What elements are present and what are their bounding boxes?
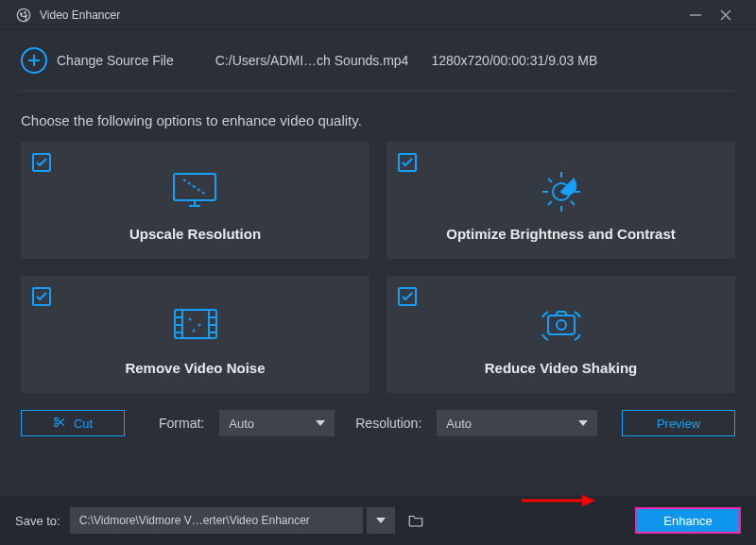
save-path-value: C:\Vidmore\Vidmore V…erter\Video Enhance… bbox=[79, 514, 310, 527]
close-button[interactable] bbox=[711, 4, 741, 26]
minimize-button[interactable] bbox=[680, 4, 711, 26]
resolution-label: Resolution: bbox=[355, 416, 421, 431]
format-label: Format: bbox=[159, 416, 204, 431]
monitor-icon bbox=[170, 169, 219, 211]
save-path-field[interactable]: C:\Vidmore\Vidmore V…erter\Video Enhance… bbox=[70, 507, 363, 534]
svg-line-12 bbox=[183, 179, 206, 195]
svg-line-39 bbox=[58, 418, 63, 424]
option-label: Optimize Brightness and Contrast bbox=[446, 226, 676, 242]
svg-marker-41 bbox=[582, 495, 595, 506]
svg-rect-34 bbox=[548, 315, 575, 334]
svg-point-32 bbox=[198, 324, 199, 325]
svg-point-33 bbox=[193, 330, 194, 331]
option-brightness-contrast[interactable]: Optimize Brightness and Contrast bbox=[387, 142, 735, 259]
enhance-label: Enhance bbox=[663, 514, 712, 528]
save-to-label: Save to: bbox=[15, 514, 60, 528]
svg-point-35 bbox=[557, 320, 566, 330]
cut-button[interactable]: Cut bbox=[21, 410, 125, 436]
preview-button[interactable]: Preview bbox=[622, 410, 735, 436]
instruction-text: Choose the following options to enhance … bbox=[0, 92, 756, 142]
change-source-button[interactable]: Change Source File bbox=[57, 53, 174, 68]
film-strip-icon bbox=[171, 303, 220, 345]
enhance-button[interactable]: Enhance bbox=[635, 507, 741, 534]
save-path-dropdown[interactable] bbox=[367, 507, 395, 534]
svg-point-36 bbox=[55, 417, 59, 421]
toolbar: Cut Format: Auto Resolution: Auto Previe… bbox=[0, 393, 756, 446]
resolution-select[interactable]: Auto bbox=[437, 410, 597, 436]
open-folder-button[interactable] bbox=[403, 507, 429, 534]
source-bar: Change Source File C:/Users/ADMI…ch Soun… bbox=[0, 30, 756, 91]
svg-line-19 bbox=[571, 201, 575, 205]
option-remove-noise[interactable]: Remove Video Noise bbox=[21, 276, 369, 393]
enhance-options-grid: Upscale Resolution Optimize Brightness a… bbox=[0, 142, 756, 393]
svg-point-3 bbox=[26, 15, 26, 16]
window-title: Video Enhancer bbox=[40, 9, 680, 22]
format-value: Auto bbox=[229, 417, 254, 431]
palette-icon bbox=[15, 7, 32, 24]
source-file-path: C:/Users/ADMI…ch Sounds.mp4 bbox=[215, 53, 409, 68]
scissors-icon bbox=[53, 416, 66, 432]
checkbox-checked-icon[interactable] bbox=[32, 287, 51, 306]
chevron-down-icon bbox=[376, 518, 386, 523]
svg-point-0 bbox=[17, 9, 29, 21]
svg-line-18 bbox=[548, 179, 552, 182]
svg-point-37 bbox=[55, 423, 59, 427]
plus-icon[interactable] bbox=[21, 47, 47, 74]
option-reduce-shaking[interactable]: Reduce Video Shaking bbox=[387, 276, 735, 393]
sun-icon bbox=[539, 169, 584, 211]
arrow-hint-icon bbox=[520, 494, 595, 507]
checkbox-checked-icon[interactable] bbox=[32, 153, 51, 172]
bottom-bar: Save to: C:\Vidmore\Vidmore V…erter\Vide… bbox=[0, 496, 756, 545]
checkbox-checked-icon[interactable] bbox=[398, 287, 417, 306]
cut-label: Cut bbox=[74, 417, 93, 431]
checkbox-checked-icon[interactable] bbox=[398, 153, 417, 172]
option-label: Remove Video Noise bbox=[125, 360, 265, 376]
source-file-stats: 1280x720/00:00:31/9.03 MB bbox=[431, 53, 597, 68]
camera-shake-icon bbox=[535, 303, 588, 345]
chevron-down-icon bbox=[578, 420, 588, 426]
option-label: Reduce Video Shaking bbox=[485, 360, 637, 376]
svg-line-38 bbox=[58, 419, 63, 425]
chevron-down-icon bbox=[316, 420, 325, 426]
option-upscale-resolution[interactable]: Upscale Resolution bbox=[21, 142, 369, 259]
titlebar: Video Enhancer bbox=[0, 0, 756, 30]
format-select[interactable]: Auto bbox=[219, 410, 335, 436]
resolution-value: Auto bbox=[446, 417, 472, 431]
svg-point-31 bbox=[189, 318, 190, 319]
preview-label: Preview bbox=[657, 417, 700, 431]
option-label: Upscale Resolution bbox=[129, 226, 261, 242]
svg-line-21 bbox=[548, 201, 552, 205]
svg-point-2 bbox=[25, 11, 26, 12]
